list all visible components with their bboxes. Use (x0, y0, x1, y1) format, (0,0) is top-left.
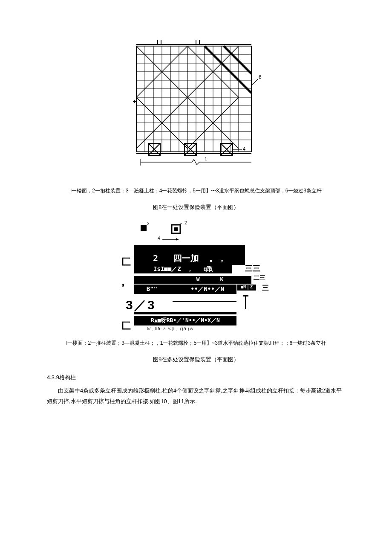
figure-9-caption: 图9在多处设置保险装置（平面图） (47, 356, 345, 363)
svg-line-56 (180, 223, 184, 224)
figure-8-legend: I一楼面，2一抱柱装置：3―淞凝土柱：4一花芭螺怜，5一用】〜3道水平纲也蝇总住… (47, 187, 345, 195)
fig9-row1b: 四一加 (173, 253, 199, 263)
fig9-row3a: W (196, 276, 200, 282)
svg-rect-55 (174, 227, 178, 231)
callout-4: 4 (243, 146, 245, 151)
fig9-arrow-4 (160, 237, 181, 242)
fig9-right-post (245, 296, 246, 309)
fig9-row4b: ••／N••／N (191, 285, 225, 292)
fig9-right-c: 三 (262, 284, 269, 293)
fig9-row2b: ， (187, 265, 193, 272)
fig9-sep (134, 312, 236, 314)
fig9-row2: IsI■■／Z ， q取 (134, 265, 232, 273)
fig9-label-3: 3 (147, 221, 150, 226)
fig9-row6: R▲■呀RB•／'N••／N•X／N (134, 316, 236, 325)
figure-8-caption: 图8在一处设置保险装置（平面图） (47, 203, 345, 211)
section-heading-4-3-9: 4.3.9格构柱 (47, 374, 345, 381)
fig9-row1: 2 四一加 。， (134, 252, 245, 265)
fig9-right-cap (243, 295, 248, 296)
fig9-row4pre: ■N｜Z (237, 285, 256, 291)
figure-9-legend: I一楼面；2一推柱装置；3―混凝土柱；，1一花就螺栓；5一用】~3道水平钠纹葩拉… (47, 339, 345, 347)
svg-marker-58 (176, 238, 179, 241)
fig9-comma: ， (117, 273, 129, 290)
fig9-row1a: 2 (153, 253, 158, 263)
fig9-row3: W K (134, 276, 251, 284)
fig9-row5: 3／3 (126, 298, 155, 312)
fig9-corner-box (168, 223, 185, 236)
fig9-bar-top (134, 245, 245, 252)
fig9-row2a: IsI■■／Z (153, 265, 181, 272)
svg-line-52 (251, 79, 258, 85)
callout-6: 6 (259, 74, 262, 80)
svg-line-37 (205, 46, 251, 93)
fig9-bottom-marks: k/，lift' 3 ％川、()/I (W (147, 326, 194, 332)
section-4-3-9-paragraph: 由支架中4条或多条立杆围成的雄形极削柱.柱的4个侧面设之字斜撑,之字斜挣与组成柱… (47, 386, 345, 407)
fig9-right-a: 三三 (245, 263, 260, 273)
fig9-row4a: B"" (147, 285, 157, 292)
callout-1: 1 (205, 156, 207, 161)
fig9-square-left (141, 225, 147, 231)
fig9-row4: B"" ••／N••／N (134, 285, 236, 294)
fig9-right-b: 二三 (254, 274, 265, 282)
fig9-left-bracket-top: 匚 (121, 256, 131, 268)
fig9-row2c: q取 (204, 265, 213, 272)
figure-9-plan-diagram: 3 2 4 匚 匚 2 四一加 。， (117, 221, 275, 332)
fig9-row1c: 。， (209, 253, 226, 263)
figure-8-plan-diagram: 1 4 6 (128, 38, 264, 166)
fig9-row3b: K (220, 276, 223, 282)
fig9-midline (173, 301, 236, 302)
figure-8-svg: 1 4 6 (128, 38, 264, 166)
fig9-left-bracket-bottom: 匚 (121, 320, 131, 332)
